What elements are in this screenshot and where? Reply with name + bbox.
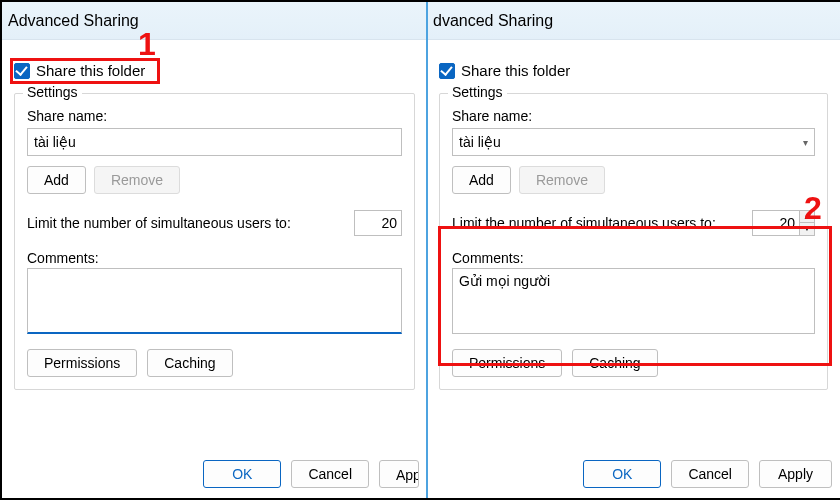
settings-group: Settings Share name: Add Remove Limit th… (14, 93, 415, 390)
dialog-buttons: OK Cancel Apply (203, 460, 419, 488)
spinner-down-icon[interactable]: ▼ (800, 223, 814, 235)
remove-button: Remove (519, 166, 605, 194)
comments-label: Comments: (452, 250, 815, 266)
limit-users-value[interactable] (354, 210, 402, 236)
dialog-buttons: OK Cancel Apply (583, 460, 832, 488)
limit-users-spinner[interactable]: ▲ ▼ (752, 210, 815, 236)
pane-divider (426, 2, 428, 498)
comments-label: Comments: (27, 250, 402, 266)
ok-button[interactable]: OK (203, 460, 281, 488)
share-name-input[interactable] (27, 128, 402, 156)
share-this-folder-row[interactable]: Share this folder (439, 62, 840, 79)
limit-users-label: Limit the number of simultaneous users t… (27, 215, 291, 231)
caching-button[interactable]: Caching (572, 349, 657, 377)
apply-button[interactable]: Apply (759, 460, 832, 488)
apply-button-clipped[interactable]: Apply (379, 460, 419, 488)
comments-textarea[interactable] (452, 268, 815, 334)
dialog-title: dvanced Sharing (427, 2, 840, 40)
limit-users-value[interactable] (752, 210, 800, 236)
permissions-button[interactable]: Permissions (27, 349, 137, 377)
add-button[interactable]: Add (452, 166, 511, 194)
ok-button[interactable]: OK (583, 460, 661, 488)
dialog-advanced-sharing-left: Advanced Sharing Share this folder Setti… (2, 2, 427, 498)
share-name-value: tài liệu (459, 134, 501, 150)
share-name-label: Share name: (27, 108, 402, 124)
limit-users-label: Limit the number of simultaneous users t… (452, 215, 716, 231)
settings-group-title: Settings (448, 84, 507, 100)
share-this-folder-checkbox[interactable] (439, 63, 455, 79)
comparison-canvas: Advanced Sharing Share this folder Setti… (0, 0, 840, 500)
spinner-buttons[interactable]: ▲ ▼ (800, 210, 815, 236)
permissions-button[interactable]: Permissions (452, 349, 562, 377)
caching-button[interactable]: Caching (147, 349, 232, 377)
dialog-title: Advanced Sharing (2, 2, 427, 40)
share-this-folder-label: Share this folder (36, 62, 145, 79)
dialog-advanced-sharing-right: dvanced Sharing Share this folder Settin… (427, 2, 840, 498)
remove-button: Remove (94, 166, 180, 194)
settings-group-title: Settings (23, 84, 82, 100)
share-name-label: Share name: (452, 108, 815, 124)
cancel-button[interactable]: Cancel (671, 460, 749, 488)
limit-users-spinner[interactable] (354, 210, 402, 236)
cancel-button[interactable]: Cancel (291, 460, 369, 488)
share-this-folder-label: Share this folder (461, 62, 570, 79)
comments-textarea[interactable] (27, 268, 402, 334)
add-button[interactable]: Add (27, 166, 86, 194)
share-name-combo[interactable]: tài liệu ▾ (452, 128, 815, 156)
spinner-up-icon[interactable]: ▲ (800, 211, 814, 223)
share-this-folder-checkbox[interactable] (14, 63, 30, 79)
settings-group: Settings Share name: tài liệu ▾ Add Remo… (439, 93, 828, 390)
share-this-folder-row[interactable]: Share this folder (14, 62, 427, 79)
chevron-down-icon: ▾ (803, 137, 808, 148)
